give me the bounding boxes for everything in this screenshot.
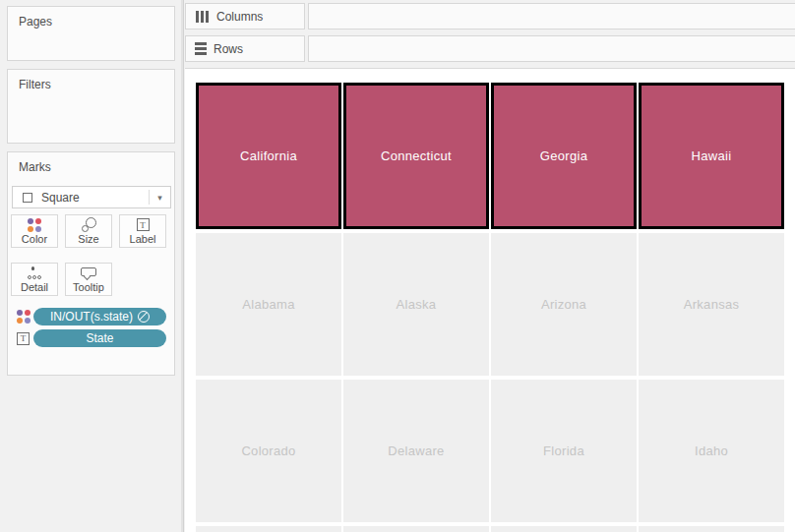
label-button-label: Label: [130, 233, 156, 245]
marks-card: Marks Square ▾ Color Size Label: [7, 151, 175, 376]
state-label: Arkansas: [684, 297, 740, 312]
pill-row-state: State: [13, 329, 166, 347]
rows-shelf-header: Rows: [185, 35, 305, 62]
text-icon: [13, 332, 33, 345]
tooltip-button-label: Tooltip: [73, 281, 104, 293]
label-button[interactable]: Label: [119, 214, 166, 248]
state-label: Alabama: [242, 297, 294, 312]
pill-in-out-s-state[interactable]: IN/OUT(s.state): [33, 308, 166, 325]
detail-icon: [28, 265, 42, 281]
state-label: Colorado: [241, 443, 295, 458]
pages-card-title: Pages: [19, 15, 52, 29]
set-icon: [138, 311, 150, 323]
state-square[interactable]: [491, 526, 637, 532]
state-square[interactable]: Delaware: [343, 380, 489, 522]
size-icon: [82, 216, 96, 233]
size-button[interactable]: Size: [65, 214, 112, 248]
pill-row-in-out: IN/OUT(s.state): [13, 308, 166, 325]
state-square[interactable]: Colorado: [196, 380, 341, 522]
state-square[interactable]: Idaho: [639, 380, 784, 522]
state-label: Arizona: [541, 297, 586, 312]
chevron-down-icon[interactable]: ▾: [150, 193, 170, 203]
state-square[interactable]: [196, 526, 341, 532]
state-square[interactable]: Hawaii: [639, 83, 784, 229]
columns-icon: [196, 11, 209, 23]
state-square[interactable]: Alabama: [196, 233, 341, 376]
state-label: Georgia: [540, 148, 587, 163]
columns-shelf-label: Columns: [216, 10, 263, 24]
viz-canvas: CaliforniaConnecticutGeorgiaHawaiiAlabam…: [185, 68, 795, 532]
state-square[interactable]: Connecticut: [343, 83, 489, 229]
columns-shelf-droparea[interactable]: [308, 3, 795, 30]
rows-shelf-label: Rows: [214, 42, 243, 56]
state-square[interactable]: Arkansas: [639, 233, 784, 376]
color-icon: [28, 216, 41, 233]
pill-state-label: State: [86, 331, 113, 345]
state-square[interactable]: [343, 526, 489, 532]
pages-card[interactable]: Pages: [7, 6, 175, 61]
state-label: Delaware: [388, 443, 444, 458]
state-square[interactable]: Florida: [491, 380, 637, 522]
detail-button-label: Detail: [21, 281, 48, 293]
color-button-label: Color: [22, 233, 47, 245]
tooltip-icon: [81, 265, 96, 281]
rows-icon: [195, 42, 207, 55]
tooltip-button[interactable]: Tooltip: [65, 263, 112, 296]
state-label: California: [240, 148, 297, 163]
state-label: Idaho: [695, 443, 728, 458]
label-icon: [137, 216, 150, 233]
state-square[interactable]: Alaska: [343, 233, 489, 376]
state-label: Alaska: [397, 297, 437, 312]
state-label: Connecticut: [381, 148, 452, 163]
state-square[interactable]: Arizona: [491, 233, 637, 376]
color-dots-icon: [13, 310, 33, 324]
rows-shelf-droparea[interactable]: [308, 35, 795, 62]
marks-card-title: Marks: [19, 160, 51, 174]
tableau-workspace: Pages Filters Marks Square ▾ Color Size: [0, 0, 795, 532]
mark-type-dropdown[interactable]: Square ▾: [12, 186, 171, 208]
mark-type-value: Square: [41, 191, 149, 205]
state-label: Hawaii: [692, 148, 732, 163]
filters-card-title: Filters: [19, 78, 51, 91]
pane-divider[interactable]: [181, 0, 184, 532]
filters-card[interactable]: Filters: [7, 69, 175, 144]
square-mark-icon: [23, 193, 32, 203]
color-button[interactable]: Color: [11, 214, 58, 248]
state-square[interactable]: [639, 526, 784, 532]
pill-state[interactable]: State: [33, 329, 166, 347]
state-square[interactable]: Georgia: [491, 83, 637, 229]
state-label: Florida: [543, 443, 584, 458]
columns-shelf-header: Columns: [185, 3, 305, 30]
size-button-label: Size: [78, 233, 98, 245]
state-square[interactable]: California: [196, 83, 341, 229]
detail-button[interactable]: Detail: [11, 263, 58, 296]
pill-in-out-label: IN/OUT(s.state): [50, 310, 133, 324]
